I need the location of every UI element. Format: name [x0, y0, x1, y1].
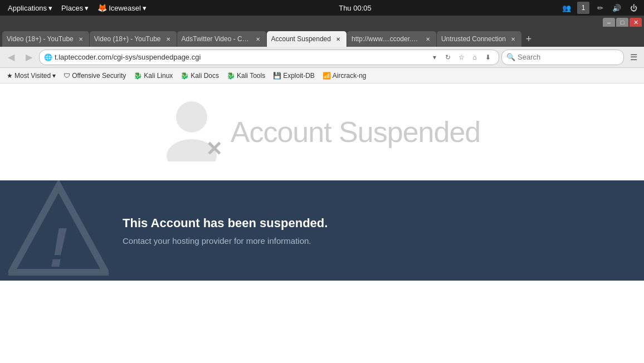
user-icon-container: ✕: [164, 100, 219, 164]
window-controls: – □ ✕: [0, 16, 644, 27]
suspended-heading: This Account has been suspended.: [123, 216, 622, 230]
tab-youtube-2[interactable]: Video (18+) - YouTube ✕: [90, 31, 177, 47]
tab-youtube-2-label: Video (18+) - YouTube: [94, 35, 161, 43]
bookmark-exploit-db[interactable]: 💾 Exploit-DB: [270, 71, 318, 81]
url-bookmark-btn[interactable]: ☆: [455, 51, 467, 63]
kali-docs-label: Kali Docs: [191, 72, 219, 80]
window-close-button[interactable]: ✕: [630, 18, 642, 27]
tab-youtube-1-label: Video (18+) - YouTube: [7, 35, 74, 43]
tab-youtube-1[interactable]: Video (18+) - YouTube ✕: [2, 31, 89, 47]
tab-ads-twitter-label: AdsTwitter Video - Chro...: [182, 35, 251, 43]
aircrack-ng-icon: 📶: [323, 72, 331, 80]
kali-tools-icon: 🐉: [227, 72, 235, 80]
bookmark-aircrack-ng[interactable]: 📶 Aircrack-ng: [319, 71, 370, 81]
kali-docs-icon: 🐉: [180, 72, 189, 80]
toolbar-menu-button[interactable]: ☰: [626, 50, 641, 65]
iceweasel-chevron-icon: ▾: [143, 4, 147, 12]
suspended-title: Account Suspended: [231, 115, 480, 149]
url-scheme-icon: 🌐: [44, 53, 52, 61]
url-input[interactable]: [55, 53, 426, 61]
navigation-bar: ◀ ▶ 🌐 ▾ ↻ ☆ ⌂ ⬇ 🔍 ☰: [0, 47, 644, 68]
kali-linux-label: Kali Linux: [144, 72, 173, 80]
tab-ccoder[interactable]: http://www....ccoder.com/ ✕: [347, 31, 436, 47]
tab-untrusted-close[interactable]: ✕: [509, 35, 517, 43]
suspended-header: ✕ Account Suspended: [0, 84, 644, 180]
browser-chrome: – □ ✕ Video (18+) - YouTube ✕ Video (18+…: [0, 16, 644, 84]
taskbar-workspace-btn[interactable]: 1: [577, 2, 589, 14]
url-dropdown-btn[interactable]: ▾: [428, 51, 441, 63]
bookmark-kali-linux[interactable]: 🐉 Kali Linux: [130, 71, 176, 81]
url-reload-btn[interactable]: ↻: [442, 51, 454, 63]
svg-text:!: !: [49, 216, 67, 278]
bookmark-kali-docs[interactable]: 🐉 Kali Docs: [177, 71, 222, 81]
tab-ads-twitter[interactable]: AdsTwitter Video - Chro... ✕: [177, 31, 266, 47]
most-visited-icon: ★: [7, 72, 13, 80]
tab-untrusted[interactable]: Untrusted Connection ✕: [437, 31, 521, 47]
suspended-info-box: ! This Account has been suspended. Conta…: [0, 180, 644, 281]
apps-chevron-icon: ▾: [48, 4, 52, 12]
offensive-security-icon: 🛡: [64, 72, 70, 80]
page-content: ✕ Account Suspended ! This Account has b…: [0, 84, 644, 328]
aircrack-ng-label: Aircrack-ng: [333, 72, 367, 80]
tab-ads-twitter-close[interactable]: ✕: [254, 35, 262, 43]
forward-button[interactable]: ▶: [21, 50, 37, 65]
bookmark-offensive-security[interactable]: 🛡 Offensive Security: [60, 71, 129, 81]
tab-youtube-1-close[interactable]: ✕: [77, 35, 85, 43]
places-label: Places: [61, 4, 83, 12]
tabs-bar: Video (18+) - YouTube ✕ Video (18+) - Yo…: [0, 27, 644, 47]
url-home-btn[interactable]: ⌂: [469, 51, 481, 63]
window-maximize-button[interactable]: □: [616, 18, 628, 27]
taskbar-edit-icon: ✏: [594, 2, 606, 14]
warning-bg-container: !: [6, 180, 111, 281]
taskbar-applications-menu[interactable]: Applications ▾: [4, 3, 56, 13]
suspended-x-icon: ✕: [206, 138, 222, 161]
iceweasel-label: Iceweasel: [109, 4, 141, 12]
most-visited-chevron-icon: ▾: [52, 72, 56, 80]
tab-account-suspended[interactable]: Account Suspended ✕: [267, 31, 347, 47]
iceweasel-icon: 🦊: [97, 3, 107, 12]
kali-linux-icon: 🐉: [134, 72, 142, 80]
kali-tools-label: Kali Tools: [237, 72, 265, 80]
tab-account-suspended-close[interactable]: ✕: [334, 35, 342, 43]
new-tab-button[interactable]: +: [522, 32, 535, 46]
tab-youtube-2-close[interactable]: ✕: [164, 35, 172, 43]
taskbar: Applications ▾ Places ▾ 🦊 Iceweasel ▾ Th…: [0, 0, 644, 16]
applications-label: Applications: [8, 4, 47, 12]
tab-account-suspended-label: Account Suspended: [271, 35, 331, 43]
url-bar[interactable]: 🌐 ▾ ↻ ☆ ⌂ ⬇: [39, 50, 499, 65]
taskbar-iceweasel-menu[interactable]: 🦊 Iceweasel ▾: [94, 2, 150, 13]
url-download-btn[interactable]: ⬇: [482, 51, 494, 63]
back-button[interactable]: ◀: [3, 50, 19, 65]
exploit-db-label: Exploit-DB: [283, 72, 315, 80]
exploit-db-icon: 💾: [273, 72, 281, 80]
tab-ccoder-close[interactable]: ✕: [424, 35, 432, 43]
bookmark-kali-tools[interactable]: 🐉 Kali Tools: [223, 71, 269, 81]
taskbar-places-menu[interactable]: Places ▾: [58, 3, 92, 13]
taskbar-power-icon: ⏻: [627, 2, 640, 14]
taskbar-volume-icon: 🔊: [611, 2, 623, 14]
bookmarks-bar: ★ Most Visited ▾ 🛡 Offensive Security 🐉 …: [0, 68, 644, 84]
search-bar[interactable]: 🔍: [501, 50, 624, 65]
svg-point-0: [176, 101, 207, 133]
taskbar-clock: Thu 00:05: [339, 4, 372, 12]
taskbar-users-icon: 👥: [560, 2, 573, 14]
search-icon: 🔍: [506, 53, 515, 61]
warning-triangle-icon: !: [8, 180, 109, 281]
most-visited-label: Most Visited: [14, 72, 51, 80]
places-chevron-icon: ▾: [85, 4, 89, 12]
tab-ccoder-label: http://www....ccoder.com/: [352, 35, 421, 43]
search-input[interactable]: [518, 53, 619, 61]
bookmark-most-visited[interactable]: ★ Most Visited ▾: [3, 71, 59, 81]
window-minimize-button[interactable]: –: [603, 18, 615, 27]
tab-untrusted-label: Untrusted Connection: [441, 35, 506, 43]
offensive-security-label: Offensive Security: [72, 72, 126, 80]
suspended-body: Contact your hosting provider for more i…: [123, 236, 622, 246]
